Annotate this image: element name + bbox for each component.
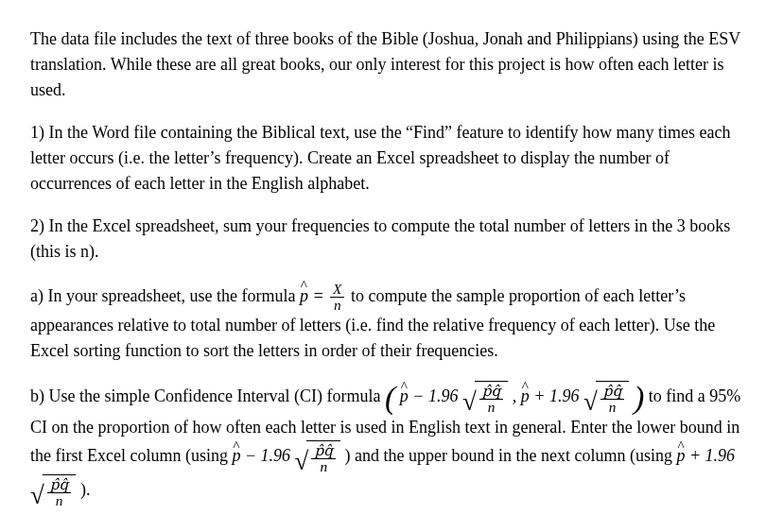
p-hat: p [232,443,240,469]
n-denom: n [479,400,504,415]
part-a-pre: a) In your spreadsheet, use the formula [30,286,300,305]
pq-hat: p̂q̂ [47,477,72,493]
question-1: 1) In the Word file containing the Bibli… [30,120,753,197]
part-b-end: ). [80,480,91,499]
plus-196: + 1.96 [530,386,580,405]
pq-hat: p̂q̂ [479,384,504,400]
pq-hat: p̂q̂ [600,384,625,400]
sqrt-upper: √p̂q̂n [583,381,629,415]
comma: , [513,386,521,405]
part-b: b) Use the simple Confidence Interval (C… [30,381,753,508]
formula-phat-eq-xn: p = Xn [300,286,351,305]
sqrt-lower: √p̂q̂n [462,381,508,415]
part-b-mid2: ) and the upper bound in the next column… [345,446,677,465]
p-hat-lower: p [400,384,409,409]
ci-formula: ( p − 1.96 √p̂q̂n , p + 1.96 √p̂q̂n ) [385,386,649,405]
lower-bound-formula: p − 1.96 √p̂q̂n [232,446,344,465]
pq-hat: p̂q̂ [311,443,336,459]
left-paren: ( [385,385,395,410]
minus-196: − 1.96 [409,386,459,405]
p-hat: p [676,443,685,469]
n-denom: n [600,400,625,415]
p-hat: p [300,283,308,309]
sqrt: √p̂q̂n [295,440,340,474]
plus-196: + 1.96 [685,446,735,465]
sqrt: √p̂q̂n [30,474,76,508]
fraction-x-over-n: Xn [330,282,344,313]
part-b-pre: b) Use the simple Confidence Interval (C… [30,386,385,405]
p-hat-upper: p [521,384,530,409]
denominator-n: n [330,298,344,313]
intro-paragraph: The data file includes the text of three… [30,26,753,103]
part-a: a) In your spreadsheet, use the formula … [30,282,753,364]
n-denom: n [311,459,336,474]
numerator-x: X [330,282,344,298]
question-2: 2) In the Excel spreadsheet, sum your fr… [30,214,753,265]
n-denom: n [47,493,72,508]
right-paren: ) [634,385,644,410]
minus-196: − 1.96 [240,446,290,465]
equals: = [308,286,328,305]
